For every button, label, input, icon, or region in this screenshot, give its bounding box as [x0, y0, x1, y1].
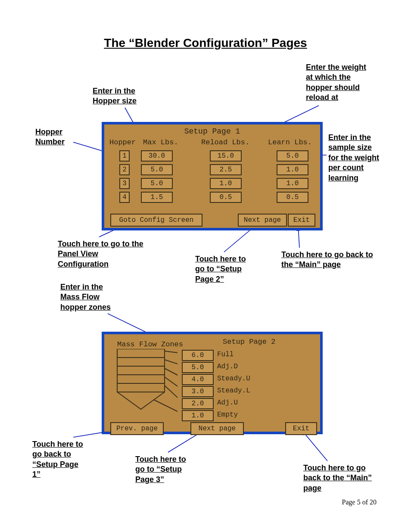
callout-massflow: Enter in the Mass Flow hopper zones	[60, 282, 121, 312]
exit-button[interactable]: Exit	[288, 214, 315, 227]
zone-val-4[interactable]: 3.0	[182, 386, 214, 397]
max-lbs-4[interactable]: 1.5	[141, 192, 173, 203]
callout-reload-weight: Enter the weight at which the hopper sho…	[306, 62, 375, 103]
hopper-zone-icon	[113, 349, 177, 422]
zone-lbl-2: Adj.D	[217, 363, 238, 370]
callout-setup2: Touch here to go to “Setup Page 2”	[195, 254, 255, 284]
zone-lbl-6: Empty	[217, 411, 238, 419]
max-lbs-1[interactable]: 30.0	[141, 150, 173, 162]
zone-val-3[interactable]: 4.0	[182, 374, 214, 385]
zone-val-6[interactable]: 1.0	[182, 410, 214, 421]
exit-button-2[interactable]: Exit	[285, 422, 317, 435]
screen1-title: Setup Page 1	[104, 124, 320, 136]
hopper-num-1: 1	[119, 150, 130, 162]
learn-lbs-2[interactable]: 1.0	[277, 164, 308, 175]
goto-config-button[interactable]: Goto Config Screen	[110, 214, 202, 227]
callout-main1: Touch here to go back to the “Main” page	[281, 250, 376, 270]
callout-setup3: Touch here to go to “Setup Page 3”	[135, 454, 196, 485]
svg-rect-11	[117, 349, 165, 392]
svg-line-18	[165, 368, 177, 377]
svg-line-16	[165, 351, 177, 353]
learn-lbs-1[interactable]: 5.0	[277, 150, 308, 162]
learn-lbs-4[interactable]: 0.5	[277, 192, 308, 203]
reload-lbs-1[interactable]: 15.0	[210, 150, 242, 162]
hopper-num-2: 2	[119, 164, 130, 175]
callout-panelview: Touch here to go to the Panel View Confi…	[58, 239, 144, 269]
col-max: Max Lbs.	[143, 138, 178, 146]
callout-hopper-number: Hopper Number	[35, 127, 74, 147]
zone-val-2[interactable]: 5.0	[182, 362, 214, 373]
reload-lbs-2[interactable]: 2.5	[210, 164, 242, 175]
zone-lbl-4: Steady.L	[217, 387, 250, 395]
screen-setup-page-2: Setup Page 2 Mass Flow Zones 6.0 Full 5.…	[102, 332, 323, 434]
next-page-button[interactable]: Next page	[238, 214, 287, 227]
hopper-num-4: 4	[119, 192, 130, 203]
massflow-heading: Mass Flow Zones	[117, 340, 183, 348]
reload-lbs-3[interactable]: 1.0	[210, 178, 242, 189]
max-lbs-2[interactable]: 5.0	[141, 164, 173, 175]
zone-val-1[interactable]: 6.0	[182, 350, 214, 361]
svg-line-20	[165, 386, 177, 401]
screen2-title: Setup Page 2	[223, 338, 275, 346]
zone-lbl-3: Steady.U	[217, 375, 250, 383]
reload-lbs-4[interactable]: 0.5	[210, 192, 242, 203]
hopper-num-3: 3	[119, 178, 130, 189]
callout-setup1-back: Touch here to go back to “Setup Page 1”	[32, 439, 88, 480]
screen-setup-page-1: Setup Page 1 Hopper Max Lbs. Reload Lbs.…	[102, 122, 323, 230]
svg-line-21	[154, 400, 177, 414]
col-reload: Reload Lbs.	[201, 138, 249, 146]
next-page-button-2[interactable]: Next page	[190, 422, 244, 435]
learn-lbs-3[interactable]: 1.0	[277, 178, 308, 189]
col-learn: Learn Lbs.	[268, 138, 312, 146]
max-lbs-3[interactable]: 5.0	[141, 178, 173, 189]
prev-page-button[interactable]: Prev. page	[110, 422, 164, 435]
svg-line-17	[165, 360, 177, 365]
zone-lbl-5: Adj.U	[217, 399, 238, 407]
callout-main2: Touch here to go back to the “Main” page	[303, 463, 377, 493]
page-title: The “Blender Configuration” Pages	[0, 36, 411, 50]
page-footer: Page 5 of 20	[342, 498, 377, 506]
zone-val-5[interactable]: 2.0	[182, 398, 214, 409]
callout-hopper-size: Enter in the Hopper size	[93, 86, 144, 106]
callout-sample-size: Enter in the sample size for the weight …	[328, 133, 380, 183]
col-hopper: Hopper	[109, 138, 136, 146]
zone-lbl-1: Full	[217, 351, 234, 358]
